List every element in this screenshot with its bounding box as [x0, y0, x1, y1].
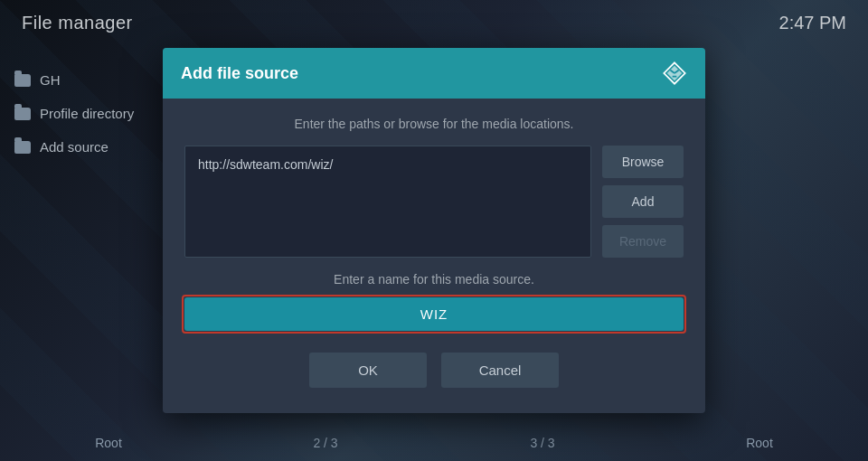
path-buttons: Browse Add Remove	[602, 146, 684, 258]
dialog-body: Enter the paths or browse for the media …	[163, 99, 705, 413]
path-row: http://sdwteam.com/wiz/ Browse Add Remov…	[184, 146, 684, 258]
dialog-hint: Enter the paths or browse for the media …	[184, 117, 684, 131]
cancel-button[interactable]: Cancel	[441, 353, 559, 388]
kodi-icon[interactable]	[662, 61, 687, 86]
modal-overlay: Add file source Enter the paths or brows…	[0, 0, 868, 461]
dialog-footer: OK Cancel	[184, 349, 684, 395]
remove-button[interactable]: Remove	[602, 225, 684, 258]
name-hint: Enter a name for this media source.	[184, 272, 684, 287]
dialog-title: Add file source	[181, 64, 298, 83]
browse-button[interactable]: Browse	[602, 146, 684, 178]
name-input[interactable]	[184, 297, 684, 331]
add-button[interactable]: Add	[602, 185, 684, 218]
path-value: http://sdwteam.com/wiz/	[198, 157, 333, 172]
name-input-container	[184, 297, 684, 331]
ok-button[interactable]: OK	[309, 353, 427, 388]
add-file-source-dialog: Add file source Enter the paths or brows…	[163, 48, 705, 413]
path-input-area[interactable]: http://sdwteam.com/wiz/	[184, 146, 591, 258]
dialog-header: Add file source	[163, 48, 705, 99]
